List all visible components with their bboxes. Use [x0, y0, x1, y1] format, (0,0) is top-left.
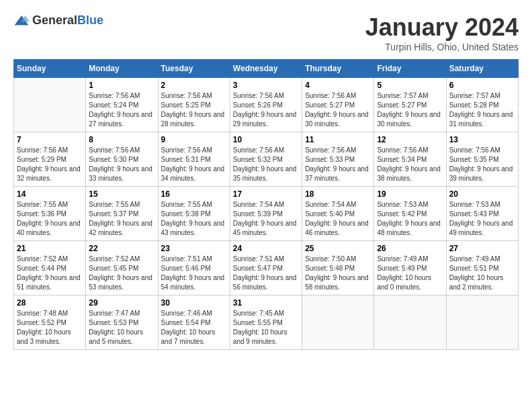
day-number: 7 [17, 135, 83, 144]
calendar-cell: 14Sunrise: 7:55 AM Sunset: 5:36 PM Dayli… [14, 187, 86, 241]
day-detail: Sunrise: 7:57 AM Sunset: 5:28 PM Dayligh… [449, 91, 515, 129]
day-number: 16 [161, 189, 227, 199]
calendar-cell: 22Sunrise: 7:52 AM Sunset: 5:45 PM Dayli… [86, 241, 158, 295]
day-detail: Sunrise: 7:56 AM Sunset: 5:25 PM Dayligh… [161, 91, 227, 129]
calendar-cell [302, 295, 374, 350]
day-detail: Sunrise: 7:57 AM Sunset: 5:27 PM Dayligh… [377, 91, 443, 129]
calendar-cell: 21Sunrise: 7:52 AM Sunset: 5:44 PM Dayli… [14, 241, 86, 295]
day-number: 22 [89, 244, 154, 253]
calendar-subtitle: Turpin Hills, Ohio, United States [365, 42, 519, 52]
day-detail: Sunrise: 7:46 AM Sunset: 5:54 PM Dayligh… [161, 309, 227, 347]
calendar-cell: 1Sunrise: 7:56 AM Sunset: 5:24 PM Daylig… [86, 78, 158, 132]
day-number: 2 [161, 81, 227, 90]
day-number: 25 [305, 244, 371, 253]
calendar-cell: 19Sunrise: 7:53 AM Sunset: 5:42 PM Dayli… [374, 187, 446, 241]
calendar-cell: 29Sunrise: 7:47 AM Sunset: 5:53 PM Dayli… [86, 295, 158, 350]
calendar-cell: 16Sunrise: 7:55 AM Sunset: 5:38 PM Dayli… [158, 187, 230, 241]
day-header-saturday: Saturday [446, 60, 518, 78]
day-number: 8 [89, 135, 154, 144]
calendar-cell: 8Sunrise: 7:56 AM Sunset: 5:30 PM Daylig… [86, 132, 158, 187]
calendar-cell: 30Sunrise: 7:46 AM Sunset: 5:54 PM Dayli… [158, 295, 230, 350]
day-number: 19 [377, 189, 443, 199]
day-header-thursday: Thursday [302, 60, 374, 78]
day-number: 10 [233, 135, 299, 144]
logo-text-general: General [32, 13, 77, 27]
calendar-cell: 7Sunrise: 7:56 AM Sunset: 5:29 PM Daylig… [14, 132, 86, 187]
day-detail: Sunrise: 7:56 AM Sunset: 5:27 PM Dayligh… [305, 91, 371, 129]
day-detail: Sunrise: 7:51 AM Sunset: 5:47 PM Dayligh… [233, 255, 299, 292]
day-number: 21 [17, 244, 83, 253]
day-number: 4 [305, 81, 371, 90]
day-detail: Sunrise: 7:56 AM Sunset: 5:34 PM Dayligh… [377, 146, 443, 183]
day-detail: Sunrise: 7:56 AM Sunset: 5:30 PM Dayligh… [89, 146, 154, 183]
calendar-cell: 26Sunrise: 7:49 AM Sunset: 5:49 PM Dayli… [374, 241, 446, 295]
calendar-cell: 25Sunrise: 7:50 AM Sunset: 5:48 PM Dayli… [302, 241, 374, 295]
day-number: 9 [161, 135, 227, 144]
day-number: 23 [161, 244, 227, 253]
calendar-cell: 23Sunrise: 7:51 AM Sunset: 5:46 PM Dayli… [158, 241, 230, 295]
day-number: 12 [377, 135, 443, 144]
logo-text-blue: Blue [77, 13, 103, 27]
calendar-cell: 24Sunrise: 7:51 AM Sunset: 5:47 PM Dayli… [230, 241, 302, 295]
day-detail: Sunrise: 7:55 AM Sunset: 5:37 PM Dayligh… [89, 200, 154, 238]
day-number: 3 [233, 81, 299, 90]
calendar-cell: 11Sunrise: 7:56 AM Sunset: 5:33 PM Dayli… [302, 132, 374, 187]
calendar-cell: 6Sunrise: 7:57 AM Sunset: 5:28 PM Daylig… [446, 78, 518, 132]
day-number: 28 [17, 298, 83, 308]
day-number: 13 [449, 135, 515, 144]
title-area: January 2024 Turpin Hills, Ohio, United … [365, 13, 519, 52]
day-detail: Sunrise: 7:48 AM Sunset: 5:52 PM Dayligh… [17, 309, 83, 347]
calendar-cell: 18Sunrise: 7:54 AM Sunset: 5:40 PM Dayli… [302, 187, 374, 241]
calendar-cell [14, 78, 86, 132]
calendar-title: January 2024 [365, 13, 519, 42]
day-detail: Sunrise: 7:55 AM Sunset: 5:36 PM Dayligh… [17, 200, 83, 238]
day-number: 14 [17, 189, 83, 199]
day-header-monday: Monday [86, 60, 158, 78]
calendar-cell: 13Sunrise: 7:56 AM Sunset: 5:35 PM Dayli… [446, 132, 518, 187]
calendar-cell: 17Sunrise: 7:54 AM Sunset: 5:39 PM Dayli… [230, 187, 302, 241]
calendar-cell: 28Sunrise: 7:48 AM Sunset: 5:52 PM Dayli… [14, 295, 86, 350]
calendar-cell [374, 295, 446, 350]
day-detail: Sunrise: 7:56 AM Sunset: 5:32 PM Dayligh… [233, 146, 299, 183]
day-number: 31 [233, 298, 299, 308]
day-number: 24 [233, 244, 299, 253]
day-header-wednesday: Wednesday [230, 60, 302, 78]
day-detail: Sunrise: 7:52 AM Sunset: 5:45 PM Dayligh… [89, 255, 154, 292]
day-detail: Sunrise: 7:56 AM Sunset: 5:29 PM Dayligh… [17, 146, 83, 183]
day-number: 6 [449, 81, 515, 90]
day-number: 11 [305, 135, 371, 144]
calendar-cell: 5Sunrise: 7:57 AM Sunset: 5:27 PM Daylig… [374, 78, 446, 132]
week-row-2: 7Sunrise: 7:56 AM Sunset: 5:29 PM Daylig… [14, 132, 519, 187]
days-header-row: SundayMondayTuesdayWednesdayThursdayFrid… [14, 60, 519, 78]
calendar-cell: 31Sunrise: 7:45 AM Sunset: 5:55 PM Dayli… [230, 295, 302, 350]
logo-icon [13, 14, 30, 28]
day-header-friday: Friday [374, 60, 446, 78]
day-detail: Sunrise: 7:56 AM Sunset: 5:24 PM Dayligh… [89, 91, 154, 129]
day-number: 26 [377, 244, 443, 253]
day-detail: Sunrise: 7:49 AM Sunset: 5:51 PM Dayligh… [449, 255, 515, 292]
calendar-cell: 2Sunrise: 7:56 AM Sunset: 5:25 PM Daylig… [158, 78, 230, 132]
logo: GeneralBlue [13, 13, 103, 28]
day-number: 18 [305, 189, 371, 199]
calendar-cell: 27Sunrise: 7:49 AM Sunset: 5:51 PM Dayli… [446, 241, 518, 295]
day-detail: Sunrise: 7:51 AM Sunset: 5:46 PM Dayligh… [161, 255, 227, 292]
day-number: 27 [449, 244, 515, 253]
day-header-sunday: Sunday [14, 60, 86, 78]
day-detail: Sunrise: 7:56 AM Sunset: 5:26 PM Dayligh… [233, 91, 299, 129]
day-detail: Sunrise: 7:50 AM Sunset: 5:48 PM Dayligh… [305, 255, 371, 292]
calendar-cell: 4Sunrise: 7:56 AM Sunset: 5:27 PM Daylig… [302, 78, 374, 132]
day-number: 1 [89, 81, 154, 90]
day-detail: Sunrise: 7:56 AM Sunset: 5:31 PM Dayligh… [161, 146, 227, 183]
day-detail: Sunrise: 7:47 AM Sunset: 5:53 PM Dayligh… [89, 309, 154, 347]
calendar-table: SundayMondayTuesdayWednesdayThursdayFrid… [13, 59, 519, 350]
week-row-4: 21Sunrise: 7:52 AM Sunset: 5:44 PM Dayli… [14, 241, 519, 295]
calendar-cell: 12Sunrise: 7:56 AM Sunset: 5:34 PM Dayli… [374, 132, 446, 187]
day-number: 17 [233, 189, 299, 199]
day-number: 20 [449, 189, 515, 199]
day-header-tuesday: Tuesday [158, 60, 230, 78]
day-detail: Sunrise: 7:52 AM Sunset: 5:44 PM Dayligh… [17, 255, 83, 292]
week-row-3: 14Sunrise: 7:55 AM Sunset: 5:36 PM Dayli… [14, 187, 519, 241]
calendar-cell [446, 295, 518, 350]
day-detail: Sunrise: 7:54 AM Sunset: 5:39 PM Dayligh… [233, 200, 299, 238]
calendar-cell: 15Sunrise: 7:55 AM Sunset: 5:37 PM Dayli… [86, 187, 158, 241]
